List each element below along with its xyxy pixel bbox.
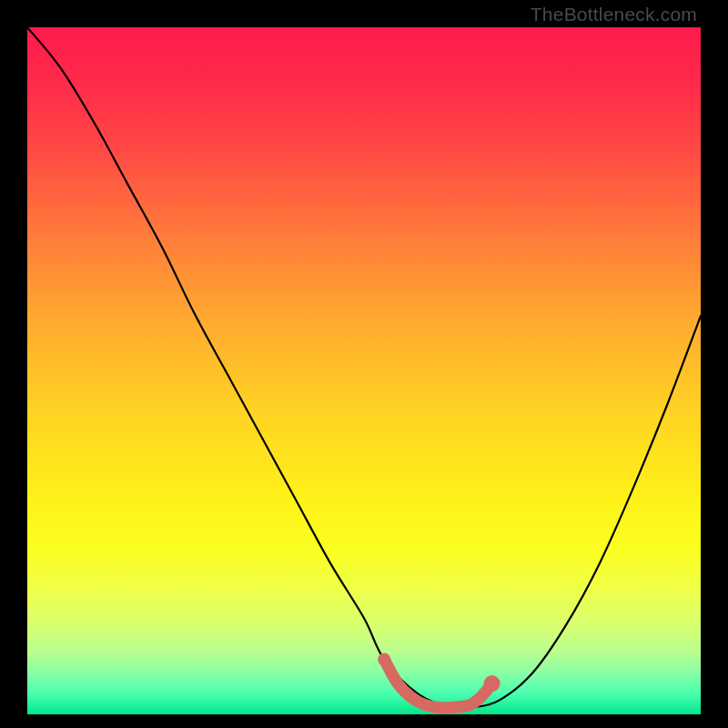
marker-right-dot <box>484 675 500 692</box>
watermark-text: TheBottleneck.com <box>531 4 697 25</box>
curve-svg <box>27 27 701 714</box>
bottleneck-curve-line <box>27 27 701 709</box>
marker-left-dot <box>378 653 390 666</box>
flat-zone-highlight-line <box>384 660 491 708</box>
chart-frame <box>27 27 701 714</box>
